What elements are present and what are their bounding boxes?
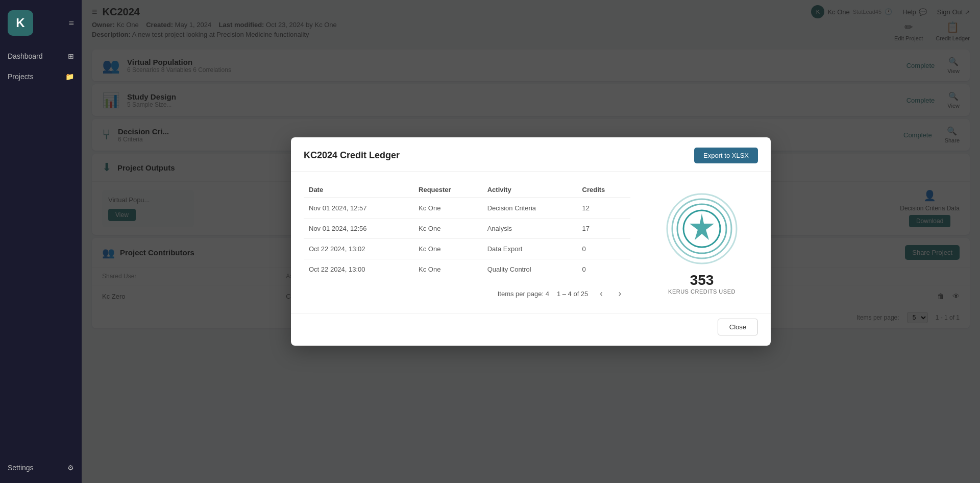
row3-credits: 0 [577, 239, 630, 259]
modal-footer: Close [291, 313, 771, 346]
row2-requester: Kc One [413, 219, 482, 239]
col-date: Date [304, 182, 413, 198]
credits-area: 353 KERUS CREDITS USED [646, 182, 758, 303]
sidebar-item-dashboard-label: Dashboard [8, 52, 43, 60]
sidebar-item-settings[interactable]: Settings ⚙ [0, 457, 82, 478]
main-wrapper: ≡ KC2024 K Kc One StatLead45 🕐 Help 💬 [82, 0, 980, 483]
modal-overlay: KC2024 Credit Ledger Export to XLSX Date… [82, 0, 980, 483]
credits-number: 353 [690, 272, 714, 288]
sidebar-item-projects-label: Projects [8, 73, 34, 81]
sidebar: K ≡ Dashboard ⊞ Projects 📁 Settings ⚙ [0, 0, 82, 483]
row1-requester: Kc One [413, 198, 482, 219]
sidebar-item-dashboard[interactable]: Dashboard ⊞ [0, 46, 82, 66]
table-row: Oct 22 2024, 13:00 Kc One Quality Contro… [304, 259, 630, 280]
table-row: Nov 01 2024, 12:57 Kc One Decision Crite… [304, 198, 630, 219]
export-xlsx-button[interactable]: Export to XLSX [694, 148, 758, 163]
table-row: Oct 22 2024, 13:02 Kc One Data Export 0 [304, 239, 630, 259]
credits-circle-svg [664, 190, 740, 267]
modal-title: KC2024 Credit Ledger [304, 150, 400, 161]
credits-label: KERUS CREDITS USED [668, 288, 736, 295]
row1-credits: 12 [577, 198, 630, 219]
row2-date: Nov 01 2024, 12:56 [304, 219, 413, 239]
modal-header: KC2024 Credit Ledger Export to XLSX [291, 137, 771, 172]
modal-body: Date Requester Activity Credits Nov 01 2… [291, 172, 771, 313]
sidebar-item-projects[interactable]: Projects 📁 [0, 66, 82, 87]
modal-close-button[interactable]: Close [718, 319, 758, 335]
row1-date: Nov 01 2024, 12:57 [304, 198, 413, 219]
row3-activity: Data Export [482, 239, 577, 259]
row1-activity: Decision Criteria [482, 198, 577, 219]
credit-ledger-modal: KC2024 Credit Ledger Export to XLSX Date… [291, 137, 771, 346]
app-logo: K [8, 10, 33, 36]
row4-requester: Kc One [413, 259, 482, 280]
settings-icon: ⚙ [67, 464, 74, 472]
row4-date: Oct 22 2024, 13:00 [304, 259, 413, 280]
page-range-text: 1 – 4 of 25 [557, 290, 588, 298]
row2-credits: 17 [577, 219, 630, 239]
col-credits: Credits [577, 182, 630, 198]
next-page-button[interactable]: › [615, 287, 625, 300]
col-requester: Requester [413, 182, 482, 198]
row4-activity: Quality Control [482, 259, 577, 280]
dashboard-icon: ⊞ [68, 52, 74, 60]
items-per-page-text: Items per page: 4 [498, 290, 549, 298]
row3-date: Oct 22 2024, 13:02 [304, 239, 413, 259]
ledger-table: Date Requester Activity Credits Nov 01 2… [304, 182, 630, 279]
modal-pagination: Items per page: 4 1 – 4 of 25 ‹ › [304, 279, 630, 303]
row3-requester: Kc One [413, 239, 482, 259]
svg-marker-4 [690, 213, 714, 240]
ledger-table-area: Date Requester Activity Credits Nov 01 2… [304, 182, 630, 303]
col-activity: Activity [482, 182, 577, 198]
projects-icon: 📁 [65, 73, 74, 81]
sidebar-item-settings-label: Settings [8, 464, 34, 472]
sidebar-logo-area: K ≡ [0, 5, 82, 46]
table-row: Nov 01 2024, 12:56 Kc One Analysis 17 [304, 219, 630, 239]
sidebar-toggle-icon[interactable]: ≡ [68, 18, 74, 29]
prev-page-button[interactable]: ‹ [596, 287, 606, 300]
row2-activity: Analysis [482, 219, 577, 239]
row4-credits: 0 [577, 259, 630, 280]
